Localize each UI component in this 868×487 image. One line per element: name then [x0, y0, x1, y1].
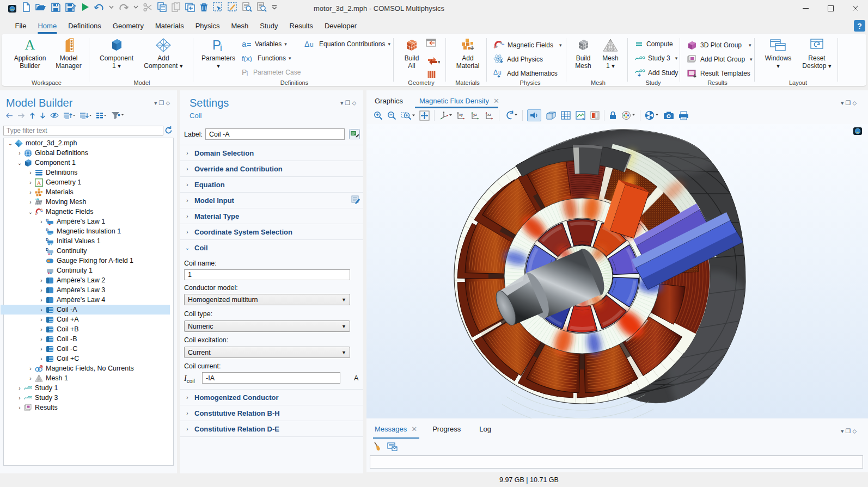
svg-text:xz: xz	[487, 113, 492, 116]
svg-text:A: A	[25, 38, 35, 52]
svg-text:+: +	[493, 45, 496, 50]
svg-text:xy: xy	[459, 113, 463, 117]
svg-text:u: u	[498, 70, 502, 76]
svg-text:Δ: Δ	[304, 40, 309, 48]
svg-text:▾: ▾	[438, 59, 440, 65]
svg-text:+: +	[35, 212, 37, 215]
svg-text:yz: yz	[473, 113, 478, 117]
svg-text:f(x): f(x)	[242, 54, 252, 62]
svg-text:A: A	[37, 179, 41, 186]
svg-text:−: −	[502, 41, 504, 47]
svg-text:Δ: Δ	[493, 69, 498, 76]
svg-text:P: P	[242, 69, 247, 76]
svg-text:i: i	[247, 71, 248, 76]
svg-text:i: i	[220, 43, 222, 53]
svg-text:a: a	[242, 40, 247, 48]
svg-text:u: u	[310, 41, 314, 48]
